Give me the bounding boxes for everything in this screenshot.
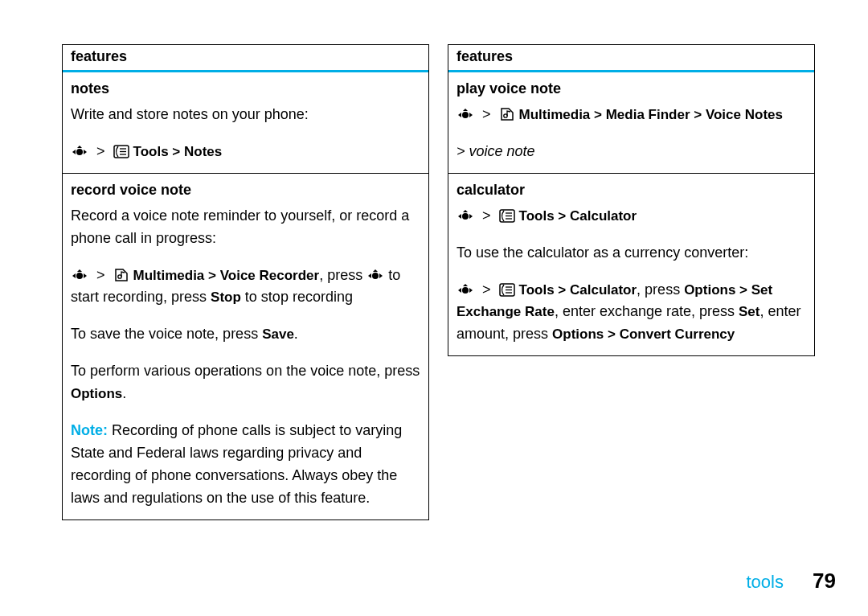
features-header: features <box>448 45 814 72</box>
svg-point-8 <box>76 273 83 279</box>
tools-icon <box>113 144 129 158</box>
page-number: 79 <box>813 569 836 593</box>
svg-marker-3 <box>77 146 82 148</box>
note-paragraph: Note: Recording of phone calls is subjec… <box>63 415 428 519</box>
center-key-icon <box>457 109 474 121</box>
feature-cell: calculator > Tools > CalculatorTo use th… <box>448 174 814 355</box>
paragraph: > Multimedia > Voice Recorder, press to … <box>63 260 428 319</box>
feature-title: record voice note <box>63 174 428 200</box>
svg-marker-32 <box>469 288 473 293</box>
paragraph: To perform various operations on the voi… <box>63 355 428 415</box>
svg-point-17 <box>462 112 469 118</box>
paragraph: Write and store notes on your phone: <box>63 99 428 136</box>
nav-path: > Tools > Notes <box>63 136 428 173</box>
paragraph: To save the voice note, press Save. <box>63 318 428 355</box>
paragraph-italic: > voice note <box>448 136 814 173</box>
center-key-icon <box>71 146 88 158</box>
tools-icon <box>499 282 515 297</box>
svg-marker-25 <box>463 210 468 212</box>
features-header: features <box>63 45 428 72</box>
center-key-icon <box>457 210 474 223</box>
nav-path: > Tools > Calculator <box>448 200 814 237</box>
left-column: featuresnotesWrite and store notes on yo… <box>62 44 429 520</box>
svg-marker-24 <box>469 214 473 219</box>
paragraph: To use the calculator as a currency conv… <box>448 237 814 274</box>
svg-marker-20 <box>463 109 468 111</box>
section-label: tools <box>746 572 783 592</box>
svg-marker-15 <box>379 273 383 278</box>
svg-marker-16 <box>373 269 378 272</box>
svg-marker-18 <box>458 113 461 117</box>
svg-marker-9 <box>72 273 76 278</box>
svg-marker-10 <box>84 273 87 278</box>
tools-icon <box>499 208 515 223</box>
svg-point-30 <box>462 287 469 294</box>
multimedia-icon <box>113 268 129 282</box>
svg-point-22 <box>462 213 469 220</box>
feature-cell: record voice noteRecord a voice note rem… <box>63 174 428 519</box>
feature-title: notes <box>63 72 428 99</box>
center-key-icon <box>457 284 474 297</box>
svg-marker-19 <box>469 113 473 117</box>
center-key-icon <box>366 269 384 282</box>
page-footer: tools 79 <box>746 569 836 593</box>
nav-path: > Multimedia > Media Finder > Voice Note… <box>448 99 814 136</box>
multimedia-icon <box>499 107 515 121</box>
svg-marker-23 <box>458 214 461 219</box>
svg-marker-2 <box>84 150 87 154</box>
center-key-icon <box>71 269 88 282</box>
feature-title: calculator <box>448 174 814 200</box>
paragraph: Record a voice note reminder to yourself… <box>63 200 428 260</box>
feature-cell: notesWrite and store notes on your phone… <box>63 72 428 174</box>
feature-cell: play voice note > Multimedia > Media Fin… <box>448 72 814 174</box>
right-column: featuresplay voice note > Multimedia > M… <box>448 44 815 356</box>
svg-point-13 <box>372 273 379 279</box>
svg-marker-11 <box>77 269 82 272</box>
svg-point-0 <box>76 149 83 155</box>
svg-marker-14 <box>368 273 371 278</box>
svg-marker-31 <box>458 288 461 293</box>
feature-title: play voice note <box>448 72 814 99</box>
paragraph: > Tools > Calculator, press Options > Se… <box>448 274 814 356</box>
svg-marker-1 <box>72 150 76 154</box>
svg-marker-33 <box>463 284 468 286</box>
